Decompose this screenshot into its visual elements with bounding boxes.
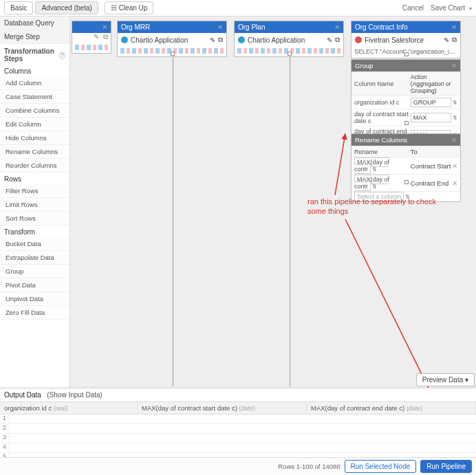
cleanup-button[interactable]: ☵ Clean Up (105, 1, 153, 14)
sidebar-database-query[interactable]: Database Query (0, 16, 69, 30)
sidebar-columns-header: Columns (0, 65, 69, 76)
run-pipeline-button[interactable]: Run Pipeline (420, 460, 472, 473)
svg-line-0 (335, 133, 345, 195)
step-rename-columns[interactable]: Rename Columns✕ RenameTo MAX(day of cont… (351, 133, 461, 202)
stepper-icon[interactable]: ⇅ (453, 100, 457, 106)
sidebar-extrapolate-data[interactable]: Extrapolate Data (0, 251, 69, 265)
tab-advanced[interactable]: Advanced (beta) (35, 1, 98, 14)
chevron-down-icon: ▾ (465, 376, 468, 384)
tab-basic[interactable]: Basic (4, 1, 33, 14)
sidebar-reorder-columns[interactable]: Reorder Columns (0, 159, 69, 173)
filter-icon: ☵ (111, 4, 119, 12)
rows-status: Rows 1-100 of 14088 (278, 463, 340, 470)
sidebar-case-statement[interactable]: Case Statement (0, 90, 69, 104)
sidebar-zero-fill-data[interactable]: Zero Fill Data (0, 306, 69, 320)
top-toolbar: Basic Advanced (beta) ☵ Clean Up Cancel … (0, 0, 476, 16)
cancel-button[interactable]: Cancel (402, 4, 424, 12)
annotation-text: ran this pipeline to separately to check… (307, 197, 436, 217)
sidebar-pivot-data[interactable]: Pivot Data (0, 278, 69, 292)
copy-icon[interactable]: ⧉ (218, 36, 223, 44)
sidebar-hide-columns[interactable]: Hide Columns (0, 131, 69, 145)
close-icon[interactable]: ✕ (451, 136, 457, 144)
stepper-icon[interactable]: ⇅ (453, 115, 457, 121)
output-data-tab[interactable]: Output Data (4, 391, 41, 399)
stepper-icon[interactable]: ⇅ (372, 166, 377, 173)
output-headers: organization id c (real) MAX(day of cont… (0, 401, 476, 415)
preview-data-button[interactable]: Preview Data ▾ (416, 373, 475, 386)
sidebar-sort-rows[interactable]: Sort Rows (0, 212, 69, 225)
sidebar-transform-header: Transform (0, 225, 69, 237)
sidebar-unpivot-data[interactable]: Unpivot Data (0, 292, 69, 306)
node-card-1[interactable]: ✕ ✎⧉ (72, 21, 111, 54)
column-header: To (411, 148, 457, 155)
connector-dot[interactable] (171, 52, 175, 56)
sidebar-edit-column[interactable]: Edit Column (0, 118, 69, 131)
output-rows: 1 2 3 4 5 6 (0, 415, 476, 457)
data-preview-strip (75, 45, 108, 50)
connector-line (173, 56, 173, 386)
close-icon[interactable]: ✕ (451, 23, 457, 31)
close-icon[interactable]: ✕ (102, 23, 107, 31)
group-action-select[interactable]: MAX (411, 113, 451, 122)
remove-icon[interactable]: ✕ (452, 162, 457, 170)
sidebar-rename-columns[interactable]: Rename Columns (0, 145, 69, 159)
sidebar-transformation-header: Transformation Steps ? (0, 44, 69, 65)
show-input-data-tab[interactable]: (Show Input Data) (47, 391, 102, 399)
copy-icon[interactable]: ⧉ (452, 36, 457, 44)
edit-icon[interactable]: ✎ (327, 36, 332, 44)
datasource-label: Chartio Application (248, 36, 305, 44)
stepper-icon[interactable]: ⇅ (372, 184, 377, 190)
close-icon[interactable]: ✕ (217, 23, 223, 31)
connector-dot[interactable] (288, 52, 292, 56)
connector-line (290, 56, 290, 386)
group-action-select[interactable]: GROUP (411, 98, 451, 107)
run-selected-node-button[interactable]: Run Selected Node (345, 460, 417, 473)
datasource-icon (121, 36, 128, 43)
sidebar-merge-step[interactable]: Merge Step (0, 30, 69, 44)
pipeline-canvas[interactable]: ✕ ✎⧉ Org MRR✕ Chartio Application✎⧉ Org … (70, 16, 476, 388)
connector-dot[interactable] (404, 52, 409, 56)
close-icon[interactable]: ✕ (334, 23, 340, 31)
step-group[interactable]: Group✕ Column Name Action (Aggregation o… (351, 59, 461, 144)
chevron-down-icon: ▾ (469, 5, 472, 12)
column-header: Rename (354, 148, 411, 155)
datasource-label: Chartio Application (131, 36, 188, 44)
sidebar: Database Query Merge Step Transformation… (0, 16, 70, 388)
sidebar-filter-rows[interactable]: Filter Rows (0, 184, 69, 198)
datasource-icon (355, 36, 362, 43)
datasource-icon (238, 36, 245, 43)
group-col-name: day of contract start date c (354, 111, 411, 124)
sidebar-bucket-data[interactable]: Bucket Data (0, 237, 69, 251)
copy-icon[interactable]: ⧉ (103, 33, 108, 41)
column-header: Action (Aggregation or Grouping) (411, 74, 457, 94)
sidebar-group[interactable]: Group (0, 265, 69, 278)
datasource-label: Fivetran Salesforce (365, 36, 424, 44)
rename-to-value[interactable]: Contract Start (411, 162, 451, 170)
copy-icon[interactable]: ⧉ (335, 36, 340, 44)
column-header: Column Name (354, 80, 411, 87)
sidebar-combine-columns[interactable]: Combine Columns (0, 104, 69, 118)
sidebar-add-column[interactable]: Add Column (0, 76, 69, 90)
rename-to-value[interactable]: Contract End (411, 179, 448, 187)
sidebar-rows-header: Rows (0, 173, 69, 184)
connector-dot[interactable] (404, 180, 409, 184)
output-panel: Output Data (Show Input Data) organizati… (0, 388, 476, 475)
edit-icon[interactable]: ✎ (210, 36, 215, 44)
save-chart-button[interactable]: Save Chart▾ (431, 4, 472, 12)
remove-icon[interactable]: ✕ (452, 179, 457, 187)
close-icon[interactable]: ✕ (451, 62, 457, 69)
help-icon[interactable]: ? (59, 52, 65, 59)
sidebar-limit-rows[interactable]: Limit Rows (0, 198, 69, 212)
group-col-name: organization id c (354, 99, 411, 106)
edit-icon[interactable]: ✎ (94, 33, 99, 41)
svg-line-1 (345, 219, 462, 388)
connector-dot[interactable] (404, 121, 409, 125)
edit-icon[interactable]: ✎ (444, 36, 449, 44)
